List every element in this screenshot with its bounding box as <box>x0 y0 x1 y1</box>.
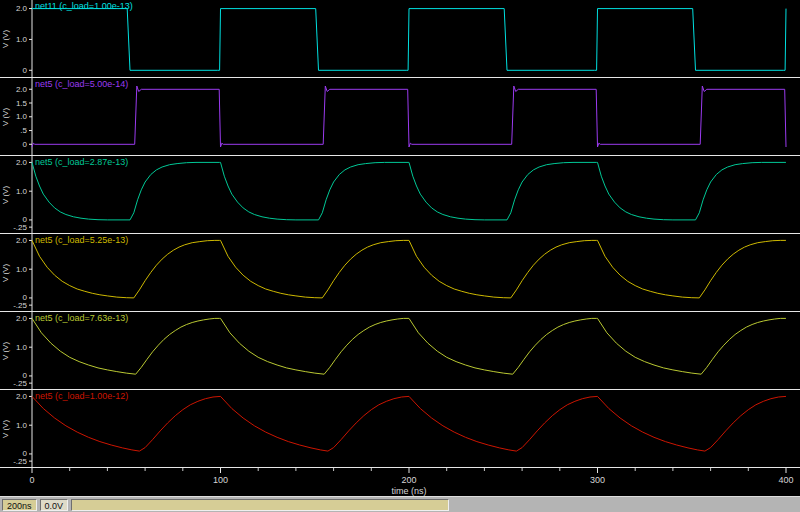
waveform-trace[interactable] <box>32 9 786 71</box>
y-tick-label: 2.0 <box>16 4 28 13</box>
waveform-panel[interactable]: 2.01.00-.25V (V)net5 (c_load=5.25e-13) <box>0 234 800 312</box>
waveform-panel[interactable]: 2.01.51.0.50V (V)net5 (c_load=5.00e-14) <box>0 78 800 156</box>
y-tick-label: -.25 <box>13 301 27 310</box>
signal-label[interactable]: net11 (c_load=1.00e-13) <box>35 1 133 11</box>
y-tick-label: 2.0 <box>16 158 28 167</box>
time-axis: 0100200300400time (ns) <box>0 468 800 496</box>
waveform-viewer-window: 2.01.00V (V)net11 (c_load=1.00e-13)2.01.… <box>0 0 800 512</box>
y-axis-label: V (V) <box>1 420 10 439</box>
y-tick-label: -.25 <box>13 223 27 232</box>
y-tick-label: 0 <box>23 140 28 149</box>
waveform-trace[interactable] <box>32 162 786 220</box>
x-tick-label: 100 <box>213 475 228 485</box>
waveform-panel[interactable]: 2.01.00-.25V (V)net5 (c_load=2.87e-13) <box>0 156 800 234</box>
y-tick-label: 1.5 <box>16 99 28 108</box>
y-tick-label: 1.0 <box>16 187 28 196</box>
y-tick-label: -.25 <box>13 379 27 388</box>
y-axis-label: V (V) <box>1 108 10 127</box>
y-axis-label: V (V) <box>1 30 10 49</box>
signal-label[interactable]: net5 (c_load=7.63e-13) <box>35 313 128 323</box>
waveform-trace[interactable] <box>32 396 786 451</box>
signal-label[interactable]: net5 (c_load=1.00e-12) <box>35 391 128 401</box>
y-tick-label: 1.0 <box>16 112 28 121</box>
y-tick-label: 2.0 <box>16 392 28 401</box>
status-bar: 200ns 0.0V <box>0 496 800 512</box>
waveform-trace[interactable] <box>32 86 786 147</box>
y-axis-label: V (V) <box>1 264 10 283</box>
y-axis-label: V (V) <box>1 186 10 205</box>
x-tick-label: 400 <box>778 475 793 485</box>
y-tick-label: 2.0 <box>16 236 28 245</box>
waveform-panel[interactable]: 2.01.00-.25V (V)net5 (c_load=7.63e-13) <box>0 312 800 390</box>
waveform-trace[interactable] <box>32 318 786 374</box>
waveform-panel[interactable]: 2.01.00V (V)net11 (c_load=1.00e-13) <box>0 0 800 78</box>
y-tick-label: 1.0 <box>16 343 28 352</box>
signal-label[interactable]: net5 (c_load=5.25e-13) <box>35 235 128 245</box>
y-tick-label: 1.0 <box>16 265 28 274</box>
y-tick-label: 2.0 <box>16 85 28 94</box>
y-tick-label: 1.0 <box>16 421 28 430</box>
x-tick-label: 300 <box>590 475 605 485</box>
waveform-trace[interactable] <box>32 240 786 298</box>
y-tick-label: -.25 <box>13 457 27 466</box>
x-tick-label: 200 <box>401 475 416 485</box>
x-axis-label: time (ns) <box>391 486 426 496</box>
status-message-area <box>71 499 449 511</box>
y-tick-label: 1.0 <box>16 35 28 44</box>
y-tick-label: .5 <box>20 126 27 135</box>
signal-label[interactable]: net5 (c_load=2.87e-13) <box>35 157 128 167</box>
voltage-readout: 0.0V <box>40 499 69 511</box>
y-axis-label: V (V) <box>1 342 10 361</box>
waveform-panel[interactable]: 2.01.00-.25V (V)net5 (c_load=1.00e-12) <box>0 390 800 468</box>
waveform-panels-area: 2.01.00V (V)net11 (c_load=1.00e-13)2.01.… <box>0 0 800 468</box>
y-tick-label: 2.0 <box>16 314 28 323</box>
signal-label[interactable]: net5 (c_load=5.00e-14) <box>35 79 128 89</box>
time-step-readout: 200ns <box>2 499 37 511</box>
x-tick-label: 0 <box>29 475 34 485</box>
y-tick-label: 0 <box>23 66 28 75</box>
